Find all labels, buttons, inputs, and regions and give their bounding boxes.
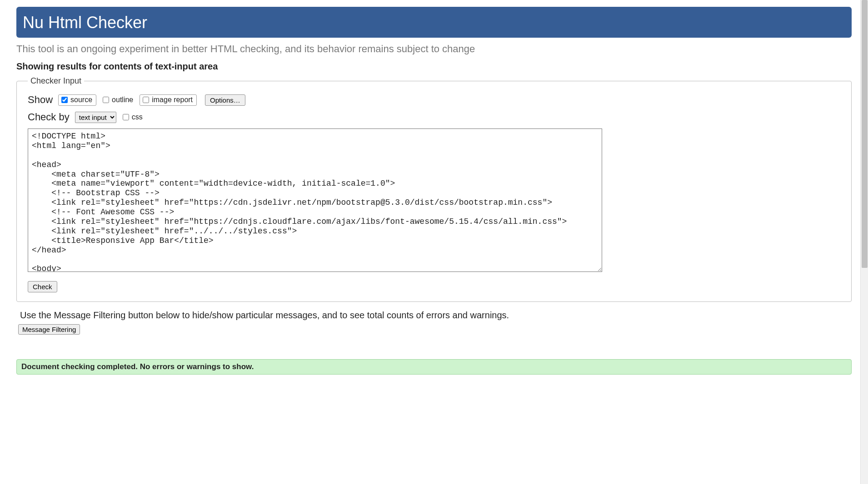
message-filtering-button[interactable]: Message Filtering <box>18 324 80 335</box>
page-scrollbar-thumb[interactable] <box>862 0 868 268</box>
check-by-select[interactable]: text input <box>75 112 116 123</box>
checker-input-legend: Checker Input <box>28 76 84 86</box>
show-label: Show <box>28 94 53 106</box>
source-textarea[interactable] <box>28 128 602 272</box>
outline-checkbox[interactable] <box>103 97 109 103</box>
check-by-row: Check by text input css <box>28 111 840 123</box>
image-report-checkbox[interactable] <box>143 97 149 103</box>
image-report-checkbox-wrap[interactable]: image report <box>140 94 197 106</box>
outline-checkbox-label: outline <box>112 96 133 104</box>
source-checkbox-label: source <box>70 96 92 104</box>
show-row: Show source outline image report Options… <box>28 94 840 106</box>
css-checkbox-label: css <box>132 113 143 121</box>
css-checkbox-wrap[interactable]: css <box>120 112 145 122</box>
spacer <box>16 335 852 359</box>
check-button[interactable]: Check <box>28 281 57 292</box>
source-checkbox-wrap[interactable]: source <box>58 94 96 106</box>
source-checkbox[interactable] <box>61 97 68 103</box>
checker-input-fieldset: Checker Input Show source outline image … <box>16 76 852 302</box>
showing-heading: Showing results for contents of text-inp… <box>16 61 852 72</box>
page-title: Nu Html Checker <box>16 7 852 38</box>
check-by-label: Check by <box>28 111 70 123</box>
tagline-text: This tool is an ongoing experiment in be… <box>16 43 852 55</box>
result-status: No errors or warnings to show. <box>140 362 254 371</box>
image-report-checkbox-label: image report <box>152 96 193 104</box>
check-button-row: Check <box>28 281 840 292</box>
filter-explain-text: Use the Message Filtering button below t… <box>20 310 848 321</box>
result-success-banner: Document checking completed. No errors o… <box>16 359 852 375</box>
css-checkbox[interactable] <box>123 114 129 120</box>
outline-checkbox-wrap[interactable]: outline <box>100 95 136 105</box>
options-button[interactable]: Options… <box>205 94 245 106</box>
page-scrollbar[interactable] <box>860 0 868 393</box>
result-prefix: Document checking completed. <box>21 362 140 371</box>
